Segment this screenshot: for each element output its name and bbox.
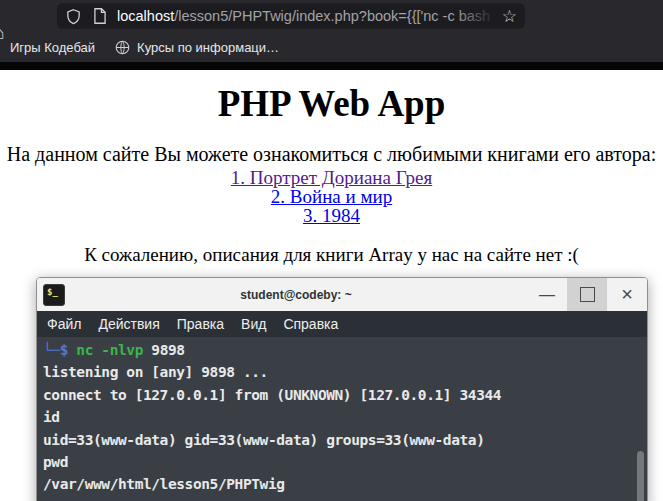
maximize-button[interactable] xyxy=(567,278,607,311)
terminal-line: /var/www/html/lesson5/PHPTwig xyxy=(43,473,647,495)
bookmark-label: Игры Кодебай xyxy=(10,40,95,55)
terminal-output: └─$ nc -nlvp 9898listening on [any] 9898… xyxy=(43,339,647,501)
bookmark-label: Курсы по информаци… xyxy=(137,40,279,55)
window-controls: — × xyxy=(527,278,647,311)
terminal-line: └─$ nc -nlvp 9898 xyxy=(43,339,647,361)
menu-edit[interactable]: Правка xyxy=(177,316,224,332)
shield-icon[interactable] xyxy=(65,8,82,25)
menu-file[interactable]: Файл xyxy=(47,316,81,332)
terminal-menubar: Файл Действия Правка Вид Справка xyxy=(37,311,647,337)
terminal-line: listening on [any] 9898 ... xyxy=(43,361,647,383)
terminal-line: ^C xyxy=(43,496,647,501)
minimize-button[interactable]: — xyxy=(527,278,567,311)
browser-toolbar: ⌂ localhost/lesson5/PHPTwig/index.php?bo… xyxy=(0,0,663,33)
terminal-line: pwd xyxy=(43,451,647,473)
maximize-icon xyxy=(580,287,595,302)
menu-view[interactable]: Вид xyxy=(241,316,266,332)
address-bar[interactable]: localhost/lesson5/PHPTwig/index.php?book… xyxy=(57,3,525,29)
terminal-app-icon: $_ xyxy=(43,284,65,306)
url-host: localhost xyxy=(117,8,174,24)
menu-actions[interactable]: Действия xyxy=(98,316,159,332)
error-message: К сожалению, описания для книги Array у … xyxy=(0,244,663,266)
url-text[interactable]: localhost/lesson5/PHPTwig/index.php?book… xyxy=(117,8,496,24)
terminal-body[interactable]: └─$ nc -nlvp 9898listening on [any] 9898… xyxy=(37,337,647,501)
terminal-window: $_ student@codeby: ~ — × Файл Действия П… xyxy=(36,277,648,501)
intro-text: На данном сайте Вы можете ознакомиться с… xyxy=(0,143,663,166)
terminal-line: connect to [127.0.0.1] from (UNKNOWN) [1… xyxy=(43,384,647,406)
url-path: /lesson5/PHPTwig/index.php?book={{['nc -… xyxy=(174,8,496,24)
bookmark-star-icon[interactable]: ☆ xyxy=(502,8,517,25)
book-link-list: 1. Портрет Дориана Грея 2. Война и мир 3… xyxy=(0,168,663,225)
page-info-icon[interactable] xyxy=(93,8,107,24)
close-button[interactable]: × xyxy=(607,278,647,311)
bookmark-item-games[interactable]: Игры Кодебай xyxy=(10,40,95,55)
book-link-1[interactable]: 1. Портрет Дориана Грея xyxy=(0,168,663,187)
terminal-titlebar[interactable]: $_ student@codeby: ~ — × xyxy=(37,278,647,311)
terminal-window-title: student@codeby: ~ xyxy=(65,288,527,302)
terminal-line: uid=33(www-data) gid=33(www-data) groups… xyxy=(43,429,647,451)
home-icon[interactable]: ⌂ xyxy=(0,22,5,42)
globe-icon xyxy=(115,40,130,55)
bookmark-item-courses[interactable]: Курсы по информаци… xyxy=(115,40,279,55)
browser-chrome: ⌂ localhost/lesson5/PHPTwig/index.php?bo… xyxy=(0,0,663,70)
book-link-3[interactable]: 3. 1984 xyxy=(0,206,663,225)
bookmarks-bar: Игры Кодебай Курсы по информаци… xyxy=(0,33,663,62)
menu-help[interactable]: Справка xyxy=(283,316,338,332)
book-link-2[interactable]: 2. Война и мир xyxy=(0,187,663,206)
url-fade xyxy=(454,8,496,24)
chrome-bottom-border xyxy=(0,62,663,70)
terminal-scrollbar[interactable] xyxy=(637,451,644,501)
page-title: PHP Web App xyxy=(0,82,663,125)
terminal-line: id xyxy=(43,406,647,428)
